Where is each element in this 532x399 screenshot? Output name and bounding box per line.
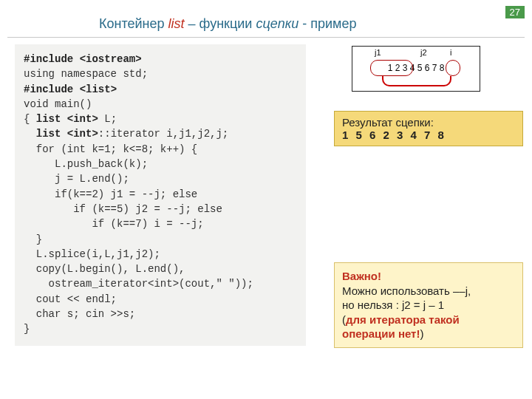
slide-title: Контейнер list – функции сцепки - пример bbox=[99, 16, 356, 32]
splice-diagram: j1 j2 i 1 2 3 4 5 6 7 8 bbox=[352, 46, 480, 92]
result-label: Результат сцепки: bbox=[342, 116, 515, 129]
box-j1j2 bbox=[370, 60, 413, 76]
note-l3: (для итератора такой операции нет!) bbox=[342, 313, 515, 341]
c13: } bbox=[24, 233, 42, 245]
t2: – функции bbox=[185, 16, 256, 31]
t-it: сцепки bbox=[256, 16, 299, 31]
result-box: Результат сцепки: 1 5 6 2 3 4 7 8 bbox=[334, 111, 523, 146]
c14: L.splice(i,L,j1,j2); bbox=[24, 248, 160, 260]
arc bbox=[382, 76, 451, 86]
c6b: list <int> bbox=[36, 128, 98, 140]
page-number: 27 bbox=[505, 6, 525, 18]
c2: using namespace std; bbox=[24, 68, 148, 80]
c5b: list <int> bbox=[36, 113, 98, 125]
note-l1: Можно использовать ––j, bbox=[342, 284, 515, 299]
c1a: #include bbox=[24, 53, 80, 65]
c17: cout << endl; bbox=[24, 293, 117, 305]
c8: L.push_back(k); bbox=[24, 158, 148, 170]
c3a: #include bbox=[24, 83, 80, 95]
c16: ostream_iterator<int>(cout," ")); bbox=[24, 278, 253, 290]
c6a bbox=[24, 128, 36, 140]
note-l2: но нельзя : j2 = j – 1 bbox=[342, 298, 515, 313]
c11: if (k==5) j2 = --j; else bbox=[24, 203, 222, 215]
c9: j = L.end(); bbox=[24, 173, 129, 185]
note-box: Важно! Можно использовать ––j, но нельзя… bbox=[334, 262, 523, 348]
code-block: #include <iostream> using namespace std;… bbox=[15, 44, 306, 346]
n3b: для итератора такой операции нет! bbox=[342, 313, 460, 341]
c5c: L; bbox=[98, 113, 117, 125]
c3b: <list> bbox=[80, 83, 117, 95]
result-seq: 1 5 6 2 3 4 7 8 bbox=[342, 129, 446, 141]
lbl-i: i bbox=[450, 48, 451, 57]
c12: if (k==7) i = --j; bbox=[24, 218, 204, 230]
t-red: list bbox=[168, 16, 185, 31]
n3c: ) bbox=[420, 327, 423, 340]
c10: if(k==2) j1 = --j; else bbox=[24, 188, 197, 200]
t3: - пример bbox=[299, 16, 356, 31]
t1: Контейнер bbox=[99, 16, 168, 31]
lbl-j1: j1 bbox=[375, 48, 381, 57]
divider bbox=[7, 37, 525, 38]
c4: void main() bbox=[24, 98, 92, 110]
c18: char s; cin >>s; bbox=[24, 308, 135, 320]
box-i bbox=[446, 60, 460, 76]
note-strong: Важно! bbox=[342, 269, 515, 284]
c7: for (int k=1; k<=8; k++) { bbox=[24, 143, 197, 155]
c15: copy(L.begin(), L.end(), bbox=[24, 263, 185, 275]
c1b: <iostream> bbox=[80, 53, 142, 65]
c5a: { bbox=[24, 113, 36, 125]
lbl-j2: j2 bbox=[420, 48, 427, 57]
c6c: ::iterator i,j1,j2,j; bbox=[98, 128, 228, 140]
c19: } bbox=[24, 323, 30, 335]
